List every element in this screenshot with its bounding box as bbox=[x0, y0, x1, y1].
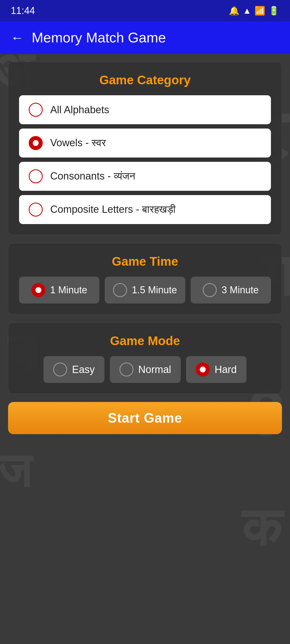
time-1min-label: 1 Minute bbox=[50, 284, 87, 296]
mode-hard-label: Hard bbox=[215, 364, 237, 375]
category-vowels-label: Vowels - स्वर bbox=[50, 137, 106, 149]
time-1min[interactable]: 1 Minute bbox=[19, 277, 99, 303]
status-time: 11:44 bbox=[11, 5, 35, 16]
game-mode-options: Easy Normal Hard bbox=[19, 356, 271, 383]
time-3min-label: 3 Minute bbox=[222, 284, 259, 296]
time-1-5min-label: 1.5 Minute bbox=[132, 284, 177, 296]
battery-icon: 🔋 bbox=[269, 6, 279, 16]
mode-easy-radio bbox=[53, 363, 67, 376]
start-game-button[interactable]: Start Game bbox=[8, 402, 282, 434]
category-consonants-label: Consonants - व्यंजन bbox=[50, 170, 135, 182]
category-consonants[interactable]: Consonants - व्यंजन bbox=[19, 162, 271, 191]
notification-icon: 🔔 bbox=[229, 6, 240, 16]
wifi-icon: ▲ bbox=[243, 6, 251, 16]
game-time-options: 1 Minute 1.5 Minute 3 Minute bbox=[19, 277, 271, 303]
game-mode-title: Game Mode bbox=[19, 334, 271, 348]
time-3min-radio bbox=[203, 283, 217, 297]
mode-easy[interactable]: Easy bbox=[44, 356, 104, 383]
category-composite[interactable]: Composite Letters - बारहखड़ी bbox=[19, 195, 271, 224]
main-content: Game Category All Alphabets Vowels - स्व… bbox=[0, 54, 290, 442]
game-mode-card: Game Mode Easy Normal Hard bbox=[8, 323, 282, 394]
status-icons: 🔔 ▲ 📶 🔋 bbox=[229, 6, 279, 16]
page-title: Memory Match Game bbox=[32, 30, 166, 46]
category-vowels[interactable]: Vowels - स्वर bbox=[19, 129, 271, 158]
signal-icon: 📶 bbox=[255, 6, 265, 16]
game-category-card: Game Category All Alphabets Vowels - स्व… bbox=[8, 62, 282, 235]
category-composite-label: Composite Letters - बारहखड़ी bbox=[50, 204, 176, 215]
category-composite-radio bbox=[29, 203, 43, 217]
game-time-title: Game Time bbox=[19, 254, 271, 269]
time-1min-radio bbox=[31, 283, 45, 297]
category-vowels-radio bbox=[29, 136, 43, 150]
mode-hard[interactable]: Hard bbox=[186, 356, 246, 383]
game-category-title: Game Category bbox=[19, 73, 271, 87]
mode-normal-label: Normal bbox=[138, 364, 171, 375]
time-1-5min[interactable]: 1.5 Minute bbox=[105, 277, 185, 303]
time-1-5min-radio bbox=[113, 283, 127, 297]
start-game-label: Start Game bbox=[108, 410, 182, 426]
game-time-card: Game Time 1 Minute 1.5 Minute 3 Minute bbox=[8, 243, 282, 314]
mode-normal-radio bbox=[119, 363, 133, 376]
category-all-alphabets[interactable]: All Alphabets bbox=[19, 95, 271, 124]
top-bar: ← Memory Match Game bbox=[0, 21, 290, 54]
mode-easy-label: Easy bbox=[72, 364, 95, 375]
category-all-radio bbox=[29, 103, 43, 117]
mode-normal[interactable]: Normal bbox=[110, 356, 181, 383]
status-bar: 11:44 🔔 ▲ 📶 🔋 bbox=[0, 0, 290, 21]
back-button[interactable]: ← bbox=[11, 30, 24, 45]
mode-hard-radio bbox=[196, 363, 210, 376]
time-3min[interactable]: 3 Minute bbox=[191, 277, 271, 303]
category-all-label: All Alphabets bbox=[50, 104, 109, 116]
game-category-options: All Alphabets Vowels - स्वर Consonants -… bbox=[19, 95, 271, 224]
category-consonants-radio bbox=[29, 169, 43, 183]
